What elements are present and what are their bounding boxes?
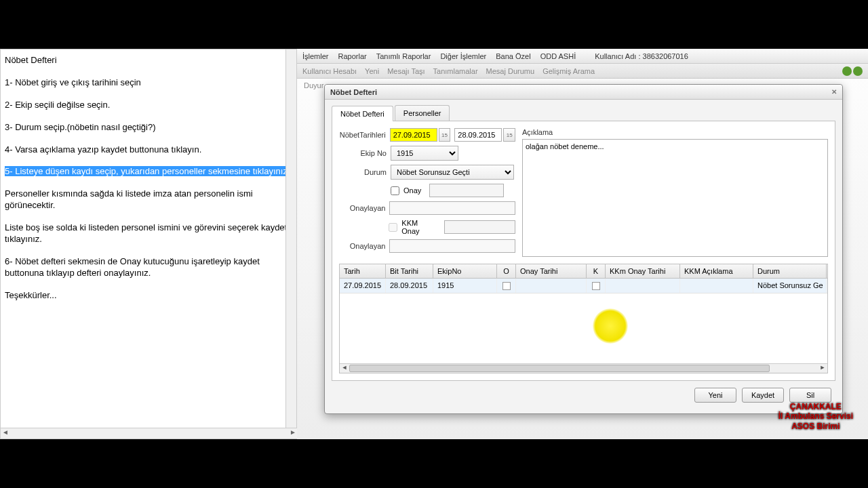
instruction-step: 3- Durum seçip.(nöbetin nasıl geçtiği?) [5,122,292,134]
menu-item[interactable]: ODD ASHİ [540,52,576,60]
menu-item[interactable]: Tanımlı Raporlar [376,52,431,60]
horizontal-scrollbar[interactable]: ◄► [1,428,298,439]
cell-kkm-aciklama [680,279,753,293]
grid-header: Tarih Bit Tarihi EkipNo O Onay Tarihi K … [340,264,827,279]
date-start-input[interactable] [390,128,437,142]
instructions-pane: Nöbet Defteri 1- Nöbet giriş ve çıkış ta… [0,49,297,439]
aciklama-label: Açıklama [522,128,828,136]
toolbar-icons [842,66,863,76]
tab-nobet-defteri[interactable]: Nöbet Defteri [332,106,393,121]
calendar-icon[interactable]: 15 [439,128,451,142]
menu-item[interactable]: Diğer İşlemler [440,52,486,60]
status-icon [853,66,863,76]
toolbar-item[interactable]: Yeni [365,67,379,75]
date-end-input[interactable] [454,128,502,142]
onaylayan-input[interactable] [389,201,515,215]
cell-durum: Nöbet Sorunsuz Ge [753,279,827,293]
col-tarih[interactable]: Tarih [340,264,386,278]
grid-horizontal-scrollbar[interactable]: ◄ ► [340,363,827,373]
new-button[interactable]: Yeni [694,388,736,403]
instruction-step: 2- Ekip seçili değilse seçin. [5,100,292,111]
onay-checkbox[interactable] [391,186,399,195]
cell-bit-tarihi: 28.09.2015 [386,279,433,293]
toolbar-item[interactable]: Tanımlamalar [433,67,478,75]
scroll-thumb[interactable] [349,365,770,372]
viewport: Nöbet Defteri 1- Nöbet giriş ve çıkış ta… [0,49,868,439]
toolbar: Kullanıcı Hesabı Yeni Mesajı Taşı Tanıml… [297,64,868,79]
col-durum[interactable]: Durum [753,264,827,278]
col-ekipno[interactable]: EkipNo [433,264,497,278]
delete-button[interactable]: Sil [789,388,831,403]
toolbar-item[interactable]: Gelişmiş Arama [542,67,595,75]
status-icon [842,66,852,76]
onaylayan-label-2: Onaylayan [339,242,385,250]
tab-personeller[interactable]: Personeller [395,105,450,121]
onay-label: Onay [403,186,421,195]
durum-select[interactable]: Nöbet Sorunsuz Geçti [391,165,514,180]
ekip-select[interactable]: 1915 [391,146,458,161]
toolbar-item[interactable]: Mesajı Taşı [387,67,425,75]
col-k[interactable]: K [587,264,606,278]
col-kkm-onay-tarihi[interactable]: KKm Onay Tarihi [606,264,680,278]
aciklama-textarea[interactable]: olağan nöbet deneme... [522,139,828,257]
tab-panel: NöbetTarihleri 15 15 Ekip No 1915 [332,121,835,381]
nobet-defteri-dialog: Nöbet Defteri ✕ Nöbet Defteri Personelle… [324,84,843,414]
onaylayan-label: Onaylayan [339,204,385,212]
durum-label: Durum [339,168,387,176]
nobet-tarih-label: NöbetTarihleri [339,131,386,139]
instructions-text: Nöbet Defteri 1- Nöbet giriş ve çıkış ta… [1,49,296,426]
toolbar-item[interactable]: Mesaj Durumu [486,67,535,75]
instruction-step: Liste boş ise solda ki listeden personel… [5,222,292,245]
col-kkm-aciklama[interactable]: KKM Açıklama [680,264,753,278]
cell-tarih: 27.09.2015 [340,279,386,293]
calendar-icon[interactable]: 15 [503,128,515,142]
dialog-title: Nöbet Defteri [330,88,377,96]
records-grid: Tarih Bit Tarihi EkipNo O Onay Tarihi K … [339,264,828,373]
dialog-buttons: Yeni Kaydet Sil [332,381,835,407]
instruction-step: 1- Nöbet giriş ve çıkış tarihini seçin [5,77,292,89]
form-right: Açıklama olağan nöbet deneme... [522,128,828,257]
table-row[interactable]: 27.09.2015 28.09.2015 1915 Nöbet Sorunsu… [340,279,827,293]
col-bit-tarihi[interactable]: Bit Tarihi [386,264,433,278]
scroll-left-icon[interactable]: ◄ [2,428,9,439]
col-onay-tarihi[interactable]: Onay Tarihi [516,264,587,278]
form-left: NöbetTarihleri 15 15 Ekip No 1915 [339,128,515,257]
cell-ekipno: 1915 [433,279,497,293]
dialog-titlebar[interactable]: Nöbet Defteri ✕ [325,85,842,100]
menu-item[interactable]: İşlemler [302,52,329,60]
close-icon[interactable]: ✕ [831,88,837,96]
onay-extra-input[interactable] [429,184,504,197]
vertical-scrollbar[interactable] [285,49,296,429]
instruction-step-highlighted: 5- Listeye düşen kaydı seçip, yukarıdan … [5,166,292,178]
cell-onay-tarihi [516,279,587,293]
col-o[interactable]: O [497,264,516,278]
scroll-left-icon[interactable]: ◄ [340,364,349,373]
menu-item[interactable]: Bana Özel [496,52,530,60]
kkm-extra-input[interactable] [444,220,515,234]
instruction-step: Personeller kısmında sağda ki listede im… [5,188,292,211]
app-pane: İşlemler Raporlar Tanımlı Raporlar Diğer… [297,49,868,439]
user-label: Kullanıcı Adı : 38632067016 [595,52,688,60]
cell-o[interactable] [497,279,516,293]
save-button[interactable]: Kaydet [742,388,784,403]
scroll-right-icon[interactable]: ► [818,364,827,373]
instruction-step: 6- Nöbet defteri sekmesin de Onay kutucu… [5,256,292,279]
app-surface: İşlemler Raporlar Tanımlı Raporlar Diğer… [297,49,868,439]
instruction-step: Teşekkürler... [5,290,292,302]
menu-item[interactable]: Raporlar [338,52,367,60]
cell-kkm-onay-tarihi [606,279,680,293]
menubar: İşlemler Raporlar Tanımlı Raporlar Diğer… [297,49,868,64]
kkm-onay-checkbox[interactable] [389,223,397,232]
scroll-right-icon[interactable]: ► [290,428,296,439]
instructions-title: Nöbet Defteri [5,55,292,66]
kkm-onay-label: KKM Onay [401,219,436,235]
ekip-label: Ekip No [339,149,387,157]
toolbar-item[interactable]: Kullanıcı Hesabı [302,67,357,75]
instruction-step: 4- Varsa açıklama yazıp kaydet buttonuna… [5,144,292,156]
cell-k[interactable] [587,279,606,293]
onaylayan-input-2[interactable] [389,239,515,253]
tabs: Nöbet Defteri Personeller [332,105,835,121]
